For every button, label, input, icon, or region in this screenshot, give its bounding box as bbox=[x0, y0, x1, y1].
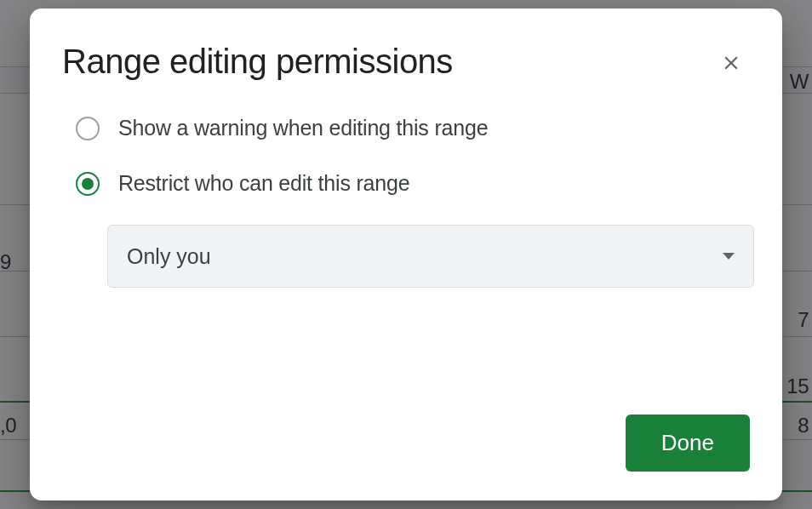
dialog-header: Range editing permissions bbox=[62, 39, 750, 83]
permission-radio-group: Show a warning when editing this range R… bbox=[62, 116, 750, 196]
dialog-footer: Done bbox=[62, 415, 750, 472]
chevron-down-icon bbox=[723, 253, 735, 260]
restrict-select-wrap: Only you bbox=[107, 225, 754, 288]
radio-label: Show a warning when editing this range bbox=[118, 116, 488, 140]
radio-icon-selected bbox=[76, 172, 100, 196]
close-button[interactable] bbox=[712, 44, 750, 82]
dialog-title: Range editing permissions bbox=[62, 39, 453, 83]
radio-show-warning[interactable]: Show a warning when editing this range bbox=[76, 116, 750, 140]
close-icon bbox=[720, 52, 742, 74]
radio-label: Restrict who can edit this range bbox=[118, 171, 409, 196]
restrict-select[interactable]: Only you bbox=[107, 225, 754, 288]
radio-restrict[interactable]: Restrict who can edit this range bbox=[76, 171, 750, 196]
done-button[interactable]: Done bbox=[626, 415, 750, 472]
select-value: Only you bbox=[127, 244, 211, 269]
range-permissions-dialog: Range editing permissions Show a warning… bbox=[30, 9, 782, 500]
radio-icon bbox=[76, 117, 100, 140]
